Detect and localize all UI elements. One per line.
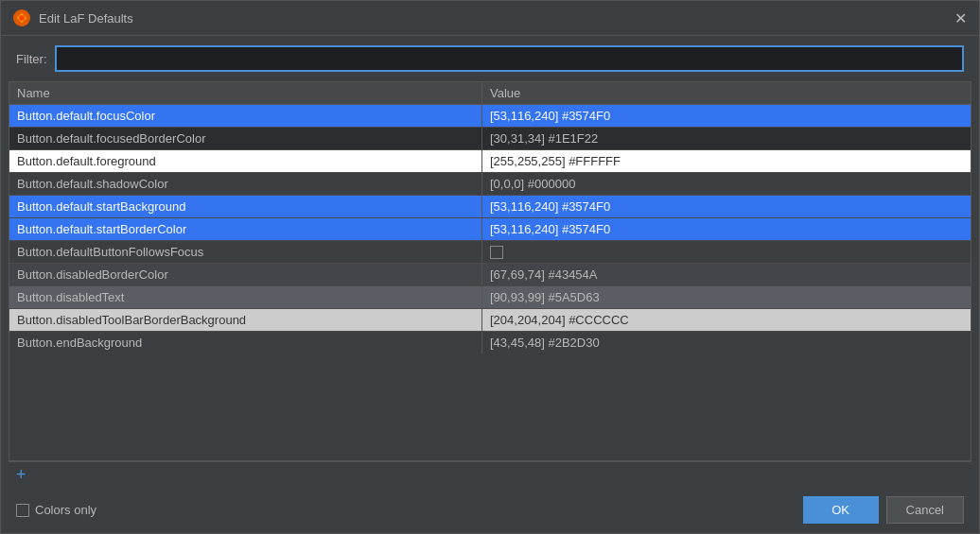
table-row[interactable]: Button.default.startBackground [53,116,2… <box>9 196 971 218</box>
filter-input[interactable] <box>55 45 965 72</box>
cell-value <box>482 241 971 263</box>
cell-name: Button.default.focusedBorderColor <box>9 128 482 149</box>
table-container: Name Value Button.default.focusColor [53… <box>9 81 971 487</box>
cell-name: Button.disabledText <box>9 286 482 308</box>
table-header: Name Value <box>9 81 971 104</box>
ok-button[interactable]: OK <box>803 496 879 524</box>
filter-label: Filter: <box>16 52 47 66</box>
dialog-title: Edit LaF Defaults <box>39 11 133 26</box>
svg-point-1 <box>19 15 25 21</box>
bottom-bar: Colors only OK Cancel <box>1 487 979 533</box>
close-button[interactable]: ✕ <box>953 10 968 26</box>
cell-name: Button.default.shadowColor <box>9 173 482 195</box>
cell-value: [30,31,34] #1E1F22 <box>482 128 971 149</box>
table-row[interactable]: Button.default.foreground [255,255,255] … <box>9 150 971 173</box>
colors-only-checkbox[interactable] <box>16 504 29 517</box>
table-row[interactable]: Button.default.shadowColor [0,0,0] #0000… <box>9 173 971 196</box>
cell-value: [53,116,240] #3574F0 <box>482 218 971 240</box>
cell-value: [255,255,255] #FFFFFF <box>482 150 971 172</box>
colors-only-row: Colors only <box>16 503 96 517</box>
cell-value: [53,116,240] #3574F0 <box>482 196 971 217</box>
table-row[interactable]: Button.endBackground [43,45,48] #2B2D30 <box>9 332 971 353</box>
cell-name: Button.default.foreground <box>9 150 482 172</box>
table-body[interactable]: Button.default.focusColor [53,116,240] #… <box>9 104 971 461</box>
cell-value: [67,69,74] #43454A <box>482 264 971 285</box>
cell-value: [43,45,48] #2B2D30 <box>482 332 971 353</box>
cell-name: Button.default.startBackground <box>9 196 482 217</box>
table-row[interactable]: Button.default.startBorderColor [53,116,… <box>9 218 971 241</box>
cell-value: [204,204,204] #CCCCCC <box>482 309 971 331</box>
header-value: Value <box>482 82 971 104</box>
table-row[interactable]: Button.default.focusColor [53,116,240] #… <box>9 105 971 128</box>
dialog: Edit LaF Defaults ✕ Filter: Name Value B… <box>0 0 980 534</box>
title-bar: Edit LaF Defaults ✕ <box>1 1 979 36</box>
filter-row: Filter: <box>1 36 979 81</box>
cell-value: [53,116,240] #3574F0 <box>482 105 971 127</box>
cell-name: Button.default.startBorderColor <box>9 218 482 240</box>
table-row[interactable]: Button.disabledBorderColor [67,69,74] #4… <box>9 264 971 286</box>
cell-name: Button.default.focusColor <box>9 105 482 127</box>
add-icon[interactable]: + <box>16 465 26 484</box>
cancel-button[interactable]: Cancel <box>886 496 964 524</box>
cell-value: [0,0,0] #000000 <box>482 173 971 195</box>
table-row[interactable]: Button.defaultButtonFollowsFocus <box>9 241 971 264</box>
title-bar-left: Edit LaF Defaults <box>12 9 133 27</box>
cell-name: Button.disabledBorderColor <box>9 264 482 285</box>
colors-only-label: Colors only <box>35 503 96 517</box>
table-row[interactable]: Button.disabledText [90,93,99] #5A5D63 <box>9 286 971 309</box>
cell-value: [90,93,99] #5A5D63 <box>482 286 971 308</box>
header-name: Name <box>9 82 482 104</box>
table-row[interactable]: Button.default.focusedBorderColor [30,31… <box>9 128 971 150</box>
button-row: OK Cancel <box>803 496 964 524</box>
app-icon <box>12 9 31 27</box>
table-row[interactable]: Button.disabledToolBarBorderBackground [… <box>9 309 971 332</box>
cell-name: Button.disabledToolBarBorderBackground <box>9 309 482 331</box>
add-row: + <box>9 461 971 487</box>
follows-focus-checkbox[interactable] <box>490 246 503 259</box>
cell-name: Button.defaultButtonFollowsFocus <box>9 241 482 263</box>
cell-name: Button.endBackground <box>9 332 482 353</box>
